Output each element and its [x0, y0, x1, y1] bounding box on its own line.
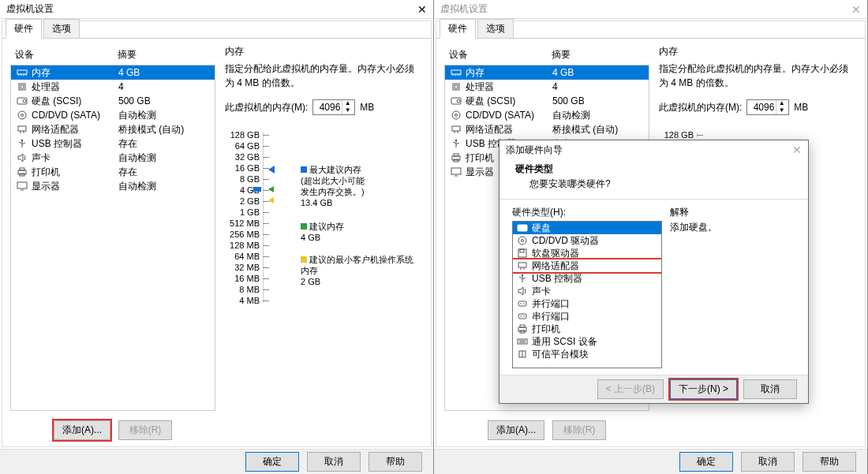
cancel-button[interactable]: 取消 — [307, 452, 361, 472]
hardware-name: 网络适配器 — [466, 123, 552, 136]
wizard-item-net[interactable]: 网络适配器 — [513, 259, 661, 272]
hardware-row-printer[interactable]: 打印机存在 — [11, 165, 215, 179]
hardware-header: 设备 摘要 — [444, 45, 649, 65]
wizard-item-port[interactable]: 并行端口 — [513, 297, 661, 310]
svg-point-15 — [21, 140, 23, 141]
svg-rect-6 — [21, 85, 24, 88]
svg-point-57 — [522, 274, 523, 276]
memory-spinner[interactable]: ▲▼ — [312, 99, 355, 115]
wizard-item-floppy[interactable]: 软盘驱动器 — [513, 247, 661, 259]
memory-desc: 指定分配给此虚拟机的内存量。内存大小必须为 4 MB 的倍数。 — [225, 62, 421, 90]
svg-point-32 — [457, 99, 460, 103]
hardware-row-usb[interactable]: USB 控制器存在 — [11, 136, 215, 151]
svg-rect-64 — [518, 314, 526, 319]
wizard-item-tpm[interactable]: 可信平台模块 — [513, 348, 661, 360]
hardware-row-cd[interactable]: CD/DVD (SATA)自动检测 — [445, 108, 649, 122]
hardware-row-cd[interactable]: CD/DVD (SATA)自动检测 — [11, 108, 215, 122]
wizard-item-label: 声卡 — [532, 285, 551, 298]
wizard-item-label: 可信平台模块 — [532, 348, 589, 361]
wizard-item-usb[interactable]: USB 控制器 — [513, 272, 661, 285]
hardware-row-net[interactable]: 网络适配器桥接模式 (自动) — [445, 122, 649, 136]
wizard-footer: < 上一步(B) 下一步(N) > 取消 — [499, 375, 808, 403]
hardware-list[interactable]: 内存4 GB处理器4硬盘 (SCSI)500 GBCD/DVD (SATA)自动… — [10, 65, 215, 411]
hardware-row-memory[interactable]: 内存4 GB — [445, 65, 649, 80]
help-button[interactable]: 帮助 — [369, 452, 422, 472]
svg-point-39 — [455, 140, 457, 141]
marker-icon — [268, 166, 275, 174]
svg-rect-5 — [19, 84, 25, 90]
ok-button[interactable]: 确定 — [245, 452, 299, 472]
tpm-icon — [516, 349, 529, 360]
cd-icon — [16, 110, 28, 121]
hardware-row-sound[interactable]: 声卡自动检测 — [11, 151, 215, 165]
memory-ladder[interactable]: 128 GB64 GB32 GB16 GB8 GB4 GB2 GB1 GB512… — [225, 129, 421, 306]
close-icon[interactable]: ✕ — [417, 3, 427, 16]
svg-point-34 — [455, 114, 458, 117]
wizard-title: 添加硬件向导 — [506, 144, 563, 157]
hardware-summary: 4 GB — [118, 67, 140, 78]
svg-line-16 — [19, 142, 22, 144]
port-icon — [516, 298, 529, 309]
ok-button[interactable]: 确定 — [679, 452, 733, 472]
add-button[interactable]: 添加(A)... — [488, 420, 544, 440]
svg-rect-52 — [520, 249, 524, 252]
cpu-icon — [16, 81, 28, 92]
hardware-summary: 桥接模式 (自动) — [552, 123, 618, 136]
close-icon[interactable]: ✕ — [792, 144, 802, 156]
memory-icon — [16, 67, 28, 78]
hardware-row-net[interactable]: 网络适配器桥接模式 (自动) — [11, 122, 215, 136]
explain-label: 解释 — [670, 206, 795, 219]
hardware-row-disk[interactable]: 硬盘 (SCSI)500 GB — [11, 94, 215, 108]
svg-rect-24 — [451, 70, 461, 74]
wizard-item-port[interactable]: 串行端口 — [513, 310, 661, 323]
hardware-row-cpu[interactable]: 处理器4 — [445, 80, 649, 94]
tabs: 硬件 选项 — [436, 21, 865, 39]
close-icon[interactable]: ✕ — [851, 3, 861, 16]
svg-rect-35 — [452, 126, 460, 131]
add-button[interactable]: 添加(A)... — [54, 420, 110, 440]
wizard-item-scsi[interactable]: 通用 SCSI 设备 — [513, 335, 661, 348]
wizard-item-label: 串行端口 — [532, 310, 570, 323]
printer-icon — [16, 166, 28, 177]
square-icon — [301, 256, 307, 263]
memory-ladder[interactable]: 128 GB — [659, 129, 855, 140]
slider-thumb[interactable] — [253, 187, 261, 192]
tab-options[interactable]: 选项 — [477, 19, 514, 38]
hardware-row-disk[interactable]: 硬盘 (SCSI)500 GB — [445, 94, 649, 108]
hardware-summary: 4 — [552, 81, 558, 92]
memory-input[interactable] — [747, 102, 776, 113]
wizard-item-disk[interactable]: 硬盘 — [513, 222, 661, 234]
memory-icon — [450, 67, 462, 78]
hardware-summary: 4 GB — [552, 67, 574, 78]
memory-spinner[interactable]: ▲▼ — [746, 99, 789, 115]
hardware-type-label: 硬件类型(H): — [512, 206, 662, 219]
svg-line-59 — [522, 278, 526, 279]
spin-down-icon[interactable]: ▼ — [776, 107, 787, 114]
hardware-name: 硬盘 (SCSI) — [466, 95, 552, 108]
hardware-row-memory[interactable]: 内存4 GB — [11, 65, 215, 80]
next-button[interactable]: 下一步(N) > — [670, 379, 737, 399]
hardware-type-list[interactable]: 硬盘CD/DVD 驱动器软盘驱动器网络适配器USB 控制器声卡并行端口串行端口打… — [512, 221, 662, 368]
ladder-tick: 1 GB — [263, 207, 421, 218]
hardware-name: 显示器 — [32, 180, 118, 193]
tab-hardware[interactable]: 硬件 — [6, 19, 42, 39]
hardware-summary: 存在 — [118, 166, 137, 179]
svg-rect-22 — [17, 182, 27, 188]
svg-point-10 — [21, 114, 24, 117]
tab-options[interactable]: 选项 — [43, 19, 80, 38]
cancel-button[interactable]: 取消 — [741, 452, 795, 472]
legend-rec: 建议内存4 GB — [301, 221, 344, 243]
wizard-cancel-button[interactable]: 取消 — [743, 379, 797, 399]
hardware-row-cpu[interactable]: 处理器4 — [11, 80, 215, 94]
hardware-row-display[interactable]: 显示器自动检测 — [11, 179, 215, 193]
wizard-item-printer[interactable]: 打印机 — [513, 323, 661, 335]
help-button[interactable]: 帮助 — [803, 452, 856, 472]
wizard-item-cd[interactable]: CD/DVD 驱动器 — [513, 234, 661, 247]
spin-down-icon[interactable]: ▼ — [342, 107, 353, 114]
net-icon — [450, 124, 462, 135]
memory-input[interactable] — [313, 102, 342, 113]
ladder-tick: 128 GB — [697, 129, 855, 140]
wizard-item-sound[interactable]: 声卡 — [513, 285, 661, 297]
tab-hardware[interactable]: 硬件 — [440, 19, 476, 39]
disk-icon — [516, 222, 529, 233]
